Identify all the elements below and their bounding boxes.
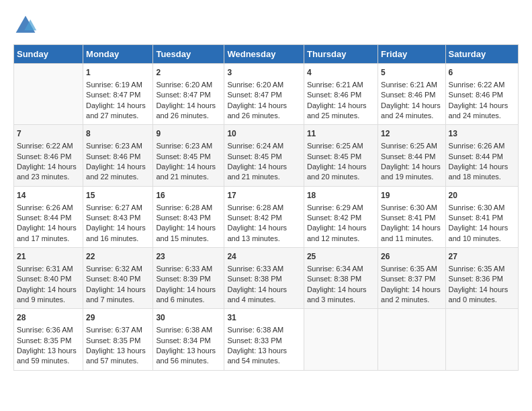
sunset-text: Sunset: 8:34 PM — [156, 336, 210, 345]
daylight-text: Daylight: 14 hours and 18 minutes. — [449, 163, 508, 181]
day-number: 18 — [307, 190, 375, 201]
sunrise-text: Sunrise: 6:25 AM — [381, 142, 437, 150]
day-number: 4 — [307, 67, 375, 79]
header — [13, 13, 519, 38]
calendar-cell: 11Sunrise: 6:25 AMSunset: 8:45 PMDayligh… — [304, 125, 378, 186]
sunrise-text: Sunrise: 6:36 AM — [17, 326, 73, 334]
sunset-text: Sunset: 8:46 PM — [86, 152, 140, 161]
daylight-text: Daylight: 14 hours and 22 minutes. — [86, 163, 146, 181]
sunrise-text: Sunrise: 6:22 AM — [449, 81, 505, 89]
day-number: 7 — [17, 128, 80, 140]
sunset-text: Sunset: 8:45 PM — [307, 152, 361, 161]
day-number: 29 — [86, 312, 150, 324]
calendar-cell: 22Sunrise: 6:32 AMSunset: 8:40 PMDayligh… — [83, 248, 153, 309]
sunset-text: Sunset: 8:42 PM — [227, 214, 281, 222]
calendar-cell: 29Sunrise: 6:37 AMSunset: 8:35 PMDayligh… — [83, 309, 153, 370]
week-row-2: 7Sunrise: 6:22 AMSunset: 8:46 PMDaylight… — [14, 125, 519, 186]
day-header-tuesday: Tuesday — [153, 45, 224, 64]
day-number: 28 — [17, 312, 80, 324]
calendar-cell: 5Sunrise: 6:21 AMSunset: 8:46 PMDaylight… — [378, 64, 445, 125]
calendar-cell: 7Sunrise: 6:22 AMSunset: 8:46 PMDaylight… — [14, 125, 83, 186]
calendar-cell: 26Sunrise: 6:35 AMSunset: 8:37 PMDayligh… — [378, 248, 445, 309]
daylight-text: Daylight: 14 hours and 0 minutes. — [449, 285, 508, 304]
week-row-5: 28Sunrise: 6:36 AMSunset: 8:35 PMDayligh… — [14, 309, 519, 370]
daylight-text: Daylight: 14 hours and 9 minutes. — [17, 285, 77, 304]
daylight-text: Daylight: 14 hours and 17 minutes. — [17, 224, 77, 242]
sunset-text: Sunset: 8:47 PM — [227, 91, 281, 99]
calendar-cell: 31Sunrise: 6:38 AMSunset: 8:33 PMDayligh… — [224, 309, 304, 370]
sunset-text: Sunset: 8:41 PM — [381, 214, 435, 222]
day-number: 12 — [381, 128, 442, 140]
day-number: 1 — [86, 67, 150, 79]
daylight-text: Daylight: 14 hours and 21 minutes. — [156, 163, 216, 181]
calendar-cell: 18Sunrise: 6:29 AMSunset: 8:42 PMDayligh… — [304, 186, 378, 247]
daylight-text: Daylight: 14 hours and 20 minutes. — [307, 163, 367, 181]
day-number: 11 — [307, 128, 375, 140]
sunrise-text: Sunrise: 6:34 AM — [307, 265, 363, 273]
day-number: 26 — [381, 251, 442, 263]
sunset-text: Sunset: 8:33 PM — [227, 336, 281, 345]
logo-icon — [13, 13, 38, 38]
day-number: 8 — [86, 128, 150, 140]
calendar-cell: 6Sunrise: 6:22 AMSunset: 8:46 PMDaylight… — [445, 64, 518, 125]
calendar-cell: 15Sunrise: 6:27 AMSunset: 8:43 PMDayligh… — [83, 186, 153, 247]
sunrise-text: Sunrise: 6:37 AM — [86, 326, 142, 334]
sunrise-text: Sunrise: 6:20 AM — [156, 81, 212, 89]
day-number: 17 — [227, 190, 301, 201]
day-header-friday: Friday — [378, 45, 445, 64]
sunset-text: Sunset: 8:47 PM — [156, 91, 210, 99]
sunrise-text: Sunrise: 6:23 AM — [86, 142, 142, 150]
daylight-text: Daylight: 14 hours and 19 minutes. — [381, 163, 441, 181]
day-number: 14 — [17, 190, 80, 201]
daylight-text: Daylight: 13 hours and 54 minutes. — [227, 347, 287, 365]
calendar-cell: 24Sunrise: 6:33 AMSunset: 8:38 PMDayligh… — [224, 248, 304, 309]
day-number: 22 — [86, 251, 150, 263]
daylight-text: Daylight: 14 hours and 27 minutes. — [86, 101, 146, 120]
calendar-cell: 17Sunrise: 6:28 AMSunset: 8:42 PMDayligh… — [224, 186, 304, 247]
daylight-text: Daylight: 14 hours and 15 minutes. — [156, 224, 216, 242]
sunrise-text: Sunrise: 6:20 AM — [227, 81, 283, 89]
daylight-text: Daylight: 14 hours and 7 minutes. — [86, 285, 146, 304]
day-header-saturday: Saturday — [445, 45, 518, 64]
sunset-text: Sunset: 8:46 PM — [17, 152, 71, 161]
day-number: 25 — [307, 251, 375, 263]
sunrise-text: Sunrise: 6:30 AM — [449, 203, 505, 212]
sunset-text: Sunset: 8:40 PM — [17, 275, 71, 283]
sunset-text: Sunset: 8:42 PM — [307, 214, 361, 222]
daylight-text: Daylight: 14 hours and 13 minutes. — [227, 224, 287, 242]
sunset-text: Sunset: 8:43 PM — [156, 214, 210, 222]
sunrise-text: Sunrise: 6:35 AM — [381, 265, 437, 273]
sunset-text: Sunset: 8:45 PM — [227, 152, 281, 161]
daylight-text: Daylight: 14 hours and 6 minutes. — [156, 285, 216, 304]
sunrise-text: Sunrise: 6:38 AM — [227, 326, 283, 334]
calendar-cell: 9Sunrise: 6:23 AMSunset: 8:45 PMDaylight… — [153, 125, 224, 186]
sunset-text: Sunset: 8:43 PM — [86, 214, 140, 222]
calendar-cell — [14, 64, 83, 125]
week-row-1: 1Sunrise: 6:19 AMSunset: 8:47 PMDaylight… — [14, 64, 519, 125]
sunrise-text: Sunrise: 6:26 AM — [449, 142, 505, 150]
calendar-cell: 19Sunrise: 6:30 AMSunset: 8:41 PMDayligh… — [378, 186, 445, 247]
sunset-text: Sunset: 8:37 PM — [381, 275, 435, 283]
sunrise-text: Sunrise: 6:29 AM — [307, 203, 363, 212]
daylight-text: Daylight: 14 hours and 25 minutes. — [307, 101, 367, 120]
calendar-cell: 21Sunrise: 6:31 AMSunset: 8:40 PMDayligh… — [14, 248, 83, 309]
sunrise-text: Sunrise: 6:24 AM — [227, 142, 283, 150]
sunset-text: Sunset: 8:40 PM — [86, 275, 140, 283]
day-number: 3 — [227, 67, 301, 79]
calendar-cell: 30Sunrise: 6:38 AMSunset: 8:34 PMDayligh… — [153, 309, 224, 370]
sunset-text: Sunset: 8:38 PM — [227, 275, 281, 283]
daylight-text: Daylight: 14 hours and 21 minutes. — [227, 163, 287, 181]
days-header-row: SundayMondayTuesdayWednesdayThursdayFrid… — [14, 45, 519, 64]
sunset-text: Sunset: 8:47 PM — [86, 91, 140, 99]
day-header-monday: Monday — [83, 45, 153, 64]
daylight-text: Daylight: 14 hours and 3 minutes. — [307, 285, 367, 304]
daylight-text: Daylight: 14 hours and 12 minutes. — [307, 224, 367, 242]
day-number: 15 — [86, 190, 150, 201]
calendar-cell — [378, 309, 445, 370]
sunset-text: Sunset: 8:38 PM — [307, 275, 361, 283]
daylight-text: Daylight: 14 hours and 11 minutes. — [381, 224, 441, 242]
calendar-cell: 13Sunrise: 6:26 AMSunset: 8:44 PMDayligh… — [445, 125, 518, 186]
calendar-cell: 12Sunrise: 6:25 AMSunset: 8:44 PMDayligh… — [378, 125, 445, 186]
sunrise-text: Sunrise: 6:21 AM — [381, 81, 437, 89]
day-header-wednesday: Wednesday — [224, 45, 304, 64]
